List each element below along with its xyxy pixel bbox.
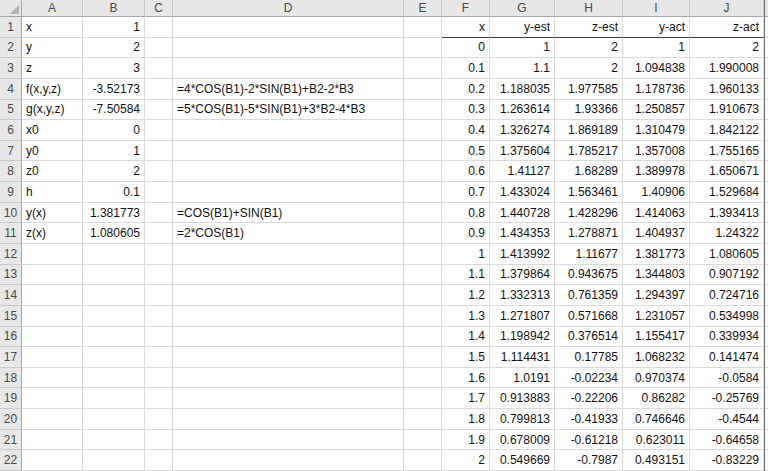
row-header-21[interactable]: 21 bbox=[0, 430, 22, 451]
cell-H9[interactable]: 1.563461 bbox=[555, 182, 623, 203]
cell-C16[interactable] bbox=[145, 327, 173, 348]
cell-G12[interactable]: 1.413992 bbox=[490, 244, 555, 265]
cell-C1[interactable] bbox=[145, 17, 173, 38]
column-header-A[interactable]: A bbox=[22, 0, 83, 17]
cell-H3[interactable]: 2 bbox=[555, 58, 623, 79]
row-header-14[interactable]: 14 bbox=[0, 285, 22, 306]
cell-C17[interactable] bbox=[145, 347, 173, 368]
cell-C22[interactable] bbox=[145, 450, 173, 471]
cell-E12[interactable] bbox=[404, 244, 442, 265]
cell-J4[interactable]: 1.960133 bbox=[690, 79, 764, 100]
cell-A21[interactable] bbox=[22, 430, 83, 451]
row-header-4[interactable]: 4 bbox=[0, 79, 22, 100]
cell-I4[interactable]: 1.178736 bbox=[623, 79, 690, 100]
cell-A2[interactable]: y bbox=[22, 38, 83, 59]
cell-G7[interactable]: 1.375604 bbox=[490, 141, 555, 162]
cell-C13[interactable] bbox=[145, 265, 173, 286]
cell-F2[interactable]: 0 bbox=[442, 38, 490, 59]
cell-G4[interactable]: 1.188035 bbox=[490, 79, 555, 100]
cell-C2[interactable] bbox=[145, 38, 173, 59]
cell-D22[interactable] bbox=[173, 450, 404, 471]
row-header-8[interactable]: 8 bbox=[0, 161, 22, 182]
cell-F18[interactable]: 1.6 bbox=[442, 368, 490, 389]
column-header-G[interactable]: G bbox=[490, 0, 555, 17]
cell-A20[interactable] bbox=[22, 409, 83, 430]
cell-E19[interactable] bbox=[404, 388, 442, 409]
cell-D10[interactable]: =COS(B1)+SIN(B1) bbox=[173, 203, 404, 224]
cell-I12[interactable]: 1.381773 bbox=[623, 244, 690, 265]
row-header-22[interactable]: 22 bbox=[0, 450, 22, 471]
cell-F3[interactable]: 0.1 bbox=[442, 58, 490, 79]
cell-B17[interactable] bbox=[83, 347, 145, 368]
cell-B22[interactable] bbox=[83, 450, 145, 471]
cell-F13[interactable]: 1.1 bbox=[442, 265, 490, 286]
cell-I18[interactable]: 0.970374 bbox=[623, 368, 690, 389]
cell-C12[interactable] bbox=[145, 244, 173, 265]
cell-I10[interactable]: 1.414063 bbox=[623, 203, 690, 224]
cell-G5[interactable]: 1.263614 bbox=[490, 100, 555, 121]
cell-D9[interactable] bbox=[173, 182, 404, 203]
cell-J15[interactable]: 0.534998 bbox=[690, 306, 764, 327]
row-header-17[interactable]: 17 bbox=[0, 347, 22, 368]
cell-D12[interactable] bbox=[173, 244, 404, 265]
cell-D20[interactable] bbox=[173, 409, 404, 430]
cell-D18[interactable] bbox=[173, 368, 404, 389]
cell-D6[interactable] bbox=[173, 120, 404, 141]
cell-B10[interactable]: 1.381773 bbox=[83, 203, 145, 224]
cell-A14[interactable] bbox=[22, 285, 83, 306]
cell-E3[interactable] bbox=[404, 58, 442, 79]
cell-I20[interactable]: 0.746646 bbox=[623, 409, 690, 430]
cell-J21[interactable]: -0.64658 bbox=[690, 430, 764, 451]
cell-A15[interactable] bbox=[22, 306, 83, 327]
cell-F17[interactable]: 1.5 bbox=[442, 347, 490, 368]
cell-D11[interactable]: =2*COS(B1) bbox=[173, 223, 404, 244]
cell-E15[interactable] bbox=[404, 306, 442, 327]
column-header-B[interactable]: B bbox=[83, 0, 145, 17]
row-header-19[interactable]: 19 bbox=[0, 388, 22, 409]
cell-J8[interactable]: 1.650671 bbox=[690, 161, 764, 182]
cell-E16[interactable] bbox=[404, 327, 442, 348]
cell-E9[interactable] bbox=[404, 182, 442, 203]
cell-E8[interactable] bbox=[404, 161, 442, 182]
cell-I19[interactable]: 0.86282 bbox=[623, 388, 690, 409]
cell-G20[interactable]: 0.799813 bbox=[490, 409, 555, 430]
cell-G13[interactable]: 1.379864 bbox=[490, 265, 555, 286]
cell-D3[interactable] bbox=[173, 58, 404, 79]
cell-J22[interactable]: -0.83229 bbox=[690, 450, 764, 471]
cell-I3[interactable]: 1.094838 bbox=[623, 58, 690, 79]
cell-F5[interactable]: 0.3 bbox=[442, 100, 490, 121]
row-header-11[interactable]: 11 bbox=[0, 223, 22, 244]
cell-J5[interactable]: 1.910673 bbox=[690, 100, 764, 121]
cell-I8[interactable]: 1.389978 bbox=[623, 161, 690, 182]
cell-F19[interactable]: 1.7 bbox=[442, 388, 490, 409]
cell-A7[interactable]: y0 bbox=[22, 141, 83, 162]
cell-J2[interactable]: 2 bbox=[690, 38, 764, 59]
cell-C3[interactable] bbox=[145, 58, 173, 79]
row-header-5[interactable]: 5 bbox=[0, 100, 22, 121]
cell-H14[interactable]: 0.761359 bbox=[555, 285, 623, 306]
cell-G19[interactable]: 0.913883 bbox=[490, 388, 555, 409]
cell-I6[interactable]: 1.310479 bbox=[623, 120, 690, 141]
cell-A13[interactable] bbox=[22, 265, 83, 286]
cell-A10[interactable]: y(x) bbox=[22, 203, 83, 224]
cell-B14[interactable] bbox=[83, 285, 145, 306]
cell-I21[interactable]: 0.623011 bbox=[623, 430, 690, 451]
cell-B16[interactable] bbox=[83, 327, 145, 348]
cell-A12[interactable] bbox=[22, 244, 83, 265]
cell-G2[interactable]: 1 bbox=[490, 38, 555, 59]
cell-B19[interactable] bbox=[83, 388, 145, 409]
cell-A3[interactable]: z bbox=[22, 58, 83, 79]
cell-J14[interactable]: 0.724716 bbox=[690, 285, 764, 306]
cell-B9[interactable]: 0.1 bbox=[83, 182, 145, 203]
row-header-16[interactable]: 16 bbox=[0, 327, 22, 348]
cell-D13[interactable] bbox=[173, 265, 404, 286]
cell-D19[interactable] bbox=[173, 388, 404, 409]
cell-A16[interactable] bbox=[22, 327, 83, 348]
cell-C7[interactable] bbox=[145, 141, 173, 162]
row-header-15[interactable]: 15 bbox=[0, 306, 22, 327]
cell-G3[interactable]: 1.1 bbox=[490, 58, 555, 79]
row-header-10[interactable]: 10 bbox=[0, 203, 22, 224]
cell-E5[interactable] bbox=[404, 100, 442, 121]
cell-B2[interactable]: 2 bbox=[83, 38, 145, 59]
cell-I2[interactable]: 1 bbox=[623, 38, 690, 59]
